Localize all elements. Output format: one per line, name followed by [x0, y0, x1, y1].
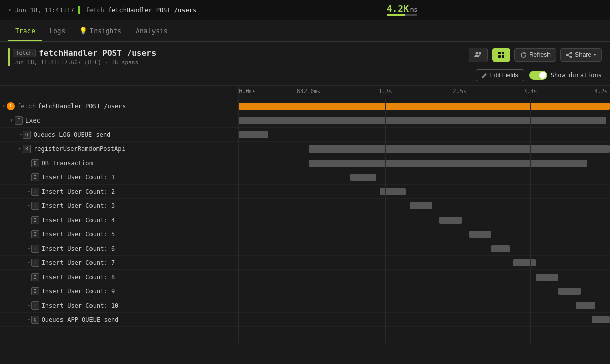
tree-connector-icon: └ — [26, 316, 30, 323]
share-icon — [566, 52, 572, 58]
span-bar — [350, 174, 376, 181]
trace-actions: Refresh Share ▾ — [469, 48, 602, 62]
edit-icon — [481, 72, 487, 78]
timeline-row — [239, 142, 610, 156]
span-tree-row[interactable]: └IInsert User Count: 5 — [0, 227, 238, 241]
expand-icon[interactable]: ▾ — [2, 103, 5, 109]
span-tree-row[interactable]: └QQueues APP_QUEUE send — [0, 313, 238, 327]
span-bar — [536, 274, 558, 281]
span-kind-icon: E — [15, 116, 23, 125]
span-bar — [239, 131, 268, 138]
timeline-row — [239, 313, 610, 327]
trace-info: fetch fetchHandler POST /users Jun 18, 1… — [13, 48, 156, 66]
svg-point-0 — [475, 52, 478, 55]
span-tree-row[interactable]: └IInsert User Count: 10 — [0, 298, 238, 313]
trace-name: fetchHandler POST /users — [39, 48, 156, 58]
span-tree-row[interactable]: └IInsert User Count: 4 — [0, 213, 238, 227]
trace-header-left: fetch fetchHandler POST /users Jun 18, 1… — [8, 48, 156, 66]
timeline-row — [239, 241, 610, 256]
svg-point-8 — [566, 54, 568, 56]
span-label: Insert User Count: 6 — [42, 245, 115, 252]
timeline-row — [239, 156, 610, 170]
svg-line-9 — [568, 53, 570, 55]
span-kind-icon: I — [31, 301, 39, 310]
span-tree-row[interactable]: ▾EExec — [0, 113, 238, 128]
span-bar — [239, 103, 610, 110]
span-label: DB Transaction — [42, 160, 93, 167]
span-bar — [410, 202, 432, 209]
tree-connector-icon: └ — [26, 274, 30, 280]
metric-value: 4.2K — [387, 4, 409, 13]
svg-point-7 — [570, 56, 571, 58]
tab-trace[interactable]: Trace — [8, 22, 42, 41]
span-tree-row[interactable]: └DDB Transaction — [0, 156, 238, 170]
tab-logs[interactable]: Logs — [42, 22, 72, 41]
metric-bar — [387, 14, 417, 16]
top-bar-trace-handler: fetchHandler POST /users — [108, 7, 196, 14]
nav-tabs: Trace Logs 💡 Insights Analysis — [0, 20, 610, 42]
top-bar: ▾ Jun 18, 11:41:17 fetch fetchHandler PO… — [0, 0, 610, 20]
expand-icon[interactable]: ▾ — [18, 146, 21, 151]
edit-fields-button[interactable]: Edit Fields — [476, 69, 524, 81]
metric-unit: ms — [410, 6, 417, 13]
span-tree-row[interactable]: └QQueues LOG_QUEUE send — [0, 128, 238, 142]
timeline-label-5: 4.2s — [595, 88, 608, 95]
tree-connector-icon: └ — [26, 174, 30, 180]
span-bar — [309, 145, 610, 153]
tree-connector-icon: └ — [26, 217, 30, 223]
trace-header: fetch fetchHandler POST /users Jun 18, 1… — [8, 48, 602, 66]
span-tree-row[interactable]: └IInsert User Count: 2 — [0, 185, 238, 199]
span-kind-icon: f — [7, 102, 15, 110]
span-label: Insert User Count: 7 — [42, 259, 115, 266]
show-durations-toggle[interactable]: Show durations — [529, 71, 602, 80]
share-button[interactable]: Share ▾ — [560, 48, 602, 62]
span-tree-row[interactable]: └IInsert User Count: 8 — [0, 270, 238, 284]
tab-insights[interactable]: 💡 Insights — [72, 22, 129, 41]
tree-connector-icon: └ — [26, 302, 30, 309]
refresh-button[interactable]: Refresh — [514, 48, 556, 62]
refresh-label: Refresh — [529, 51, 551, 58]
span-tree-row[interactable]: └IInsert User Count: 9 — [0, 284, 238, 298]
chevron-down-icon[interactable]: ▾ — [8, 7, 11, 13]
span-bar — [558, 288, 581, 295]
top-bar-left: ▾ Jun 18, 11:41:17 fetch fetchHandler PO… — [8, 6, 196, 14]
span-bar — [592, 316, 611, 323]
span-tree-row[interactable]: └IInsert User Count: 1 — [0, 170, 238, 185]
span-kind-icon: I — [31, 216, 39, 224]
tree-connector-icon: └ — [26, 288, 30, 294]
span-bar — [491, 245, 510, 252]
span-label: Insert User Count: 10 — [42, 302, 119, 309]
timeline-row — [239, 256, 610, 270]
tab-analysis[interactable]: Analysis — [129, 22, 175, 41]
tree-connector-icon: └ — [26, 188, 30, 195]
toggle-switch[interactable] — [529, 71, 547, 80]
svg-point-1 — [478, 52, 481, 55]
span-kind-icon: D — [31, 159, 39, 167]
span-kind-icon: R — [23, 145, 31, 153]
expand-icon[interactable]: ▾ — [10, 117, 13, 123]
span-kind-icon: Q — [31, 316, 39, 324]
span-tree-row[interactable]: └IInsert User Count: 6 — [0, 241, 238, 256]
share-chevron-icon: ▾ — [594, 52, 596, 57]
span-bar — [380, 188, 406, 195]
span-kind-icon: Q — [23, 131, 31, 139]
timeline-label-2: 1.7s — [379, 88, 392, 95]
share-label: Share — [575, 51, 591, 58]
span-tree-row[interactable]: └IInsert User Count: 3 — [0, 199, 238, 213]
span-bar — [469, 231, 492, 238]
span-kind-icon: I — [31, 273, 39, 281]
span-tree-row[interactable]: ▾RregisterUserRamdomPostApi — [0, 142, 238, 156]
content-area: fetch fetchHandler POST /users Jun 18, 1… — [0, 42, 610, 85]
span-label: Insert User Count: 4 — [42, 217, 115, 224]
span-bar — [239, 117, 606, 124]
span-tree-row[interactable]: ▾ffetchfetchHandler POST /users — [0, 99, 238, 113]
trace-accent-bar — [8, 48, 10, 66]
span-bar — [513, 259, 536, 266]
timeline-row — [239, 270, 610, 284]
span-bar — [439, 217, 462, 224]
span-tree-row[interactable]: └IInsert User Count: 7 — [0, 256, 238, 270]
span-kind-icon: I — [31, 245, 39, 253]
tree-connector-icon: └ — [26, 259, 30, 266]
users-icon-button[interactable] — [469, 48, 488, 62]
layout-icon-button[interactable] — [492, 48, 510, 62]
